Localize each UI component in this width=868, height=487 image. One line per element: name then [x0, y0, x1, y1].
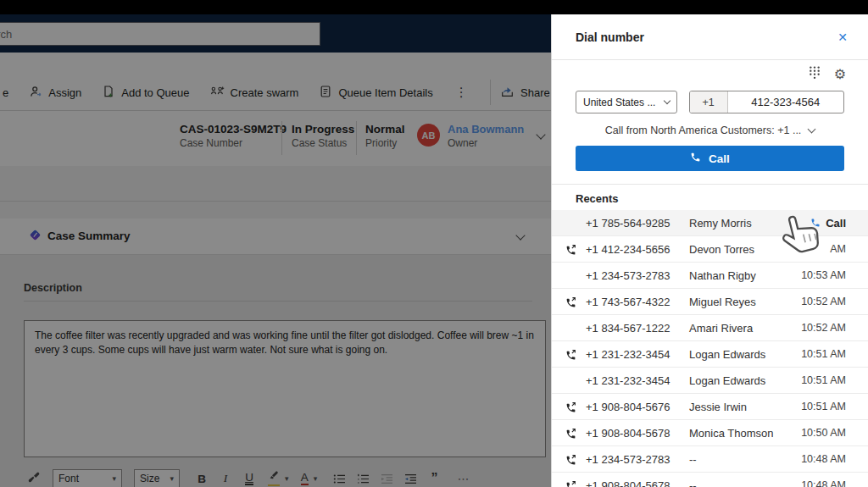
- screen: e Assign Add to Queue: [0, 0, 868, 487]
- numbered-list-icon[interactable]: [353, 468, 374, 487]
- recent-name: Miguel Reyes: [689, 296, 801, 308]
- summary-collapse-chevron-icon[interactable]: [515, 230, 525, 240]
- recent-name: Monica Thomson: [689, 427, 801, 440]
- caret-down-icon: ▾: [170, 474, 174, 483]
- recent-number: +1 908-804-5678: [586, 479, 689, 487]
- caret-down-icon: ▾: [112, 474, 116, 483]
- outgoing-call-icon: [565, 454, 586, 465]
- add-to-queue-icon: [102, 85, 115, 101]
- recent-call-row[interactable]: +1 231-232-3454 Logan Edwards 10:51 AM: [552, 368, 868, 394]
- owner-avatar[interactable]: AB: [417, 124, 440, 147]
- recent-time: 10:52 AM: [801, 322, 846, 334]
- outgoing-call-icon: [565, 401, 586, 412]
- case-summary-title: Case Summary: [47, 230, 131, 242]
- call-button[interactable]: Call: [576, 146, 844, 171]
- search-input[interactable]: [0, 22, 320, 46]
- add-to-queue-button[interactable]: Add to Queue: [102, 85, 189, 101]
- recent-time: 10:53 AM: [801, 269, 846, 281]
- recent-time: 10:51 AM: [801, 401, 846, 412]
- recent-name: --: [689, 479, 801, 487]
- recent-call-row[interactable]: +1 743-567-4322 Miguel Reyes 10:52 AM: [552, 289, 868, 315]
- recent-number: +1 908-804-5678: [586, 427, 689, 440]
- recent-name: Logan Edwards: [689, 374, 801, 387]
- recent-call-row[interactable]: +1 234-573-2783 -- 10:48 AM: [552, 446, 868, 473]
- recent-number: +1 234-573-2783: [586, 453, 689, 466]
- recent-call-row[interactable]: +1 908-804-5678 Monica Thomson 10:50 AM: [552, 420, 868, 446]
- font-color-button[interactable]: A▾: [299, 468, 320, 487]
- phone-number-group: +1 412-323-4564: [689, 91, 844, 113]
- dial-number-panel: Dial number ✕ ⚙ United States ... +1 412…: [551, 14, 868, 487]
- bold-button[interactable]: B: [192, 468, 212, 487]
- gear-icon[interactable]: ⚙: [834, 68, 846, 81]
- caret-down-icon: ▾: [285, 474, 289, 483]
- country-select[interactable]: United States ...: [576, 91, 677, 113]
- create-swarm-icon: [210, 85, 225, 101]
- call-from-select[interactable]: Call from North America Customers: +1 ..…: [552, 125, 868, 136]
- case-number-field: CAS-01023-S9M2T9 Case Number: [180, 123, 287, 149]
- recent-call-row[interactable]: +1 231-232-3454 Logan Edwards 10:51 AM: [552, 341, 868, 368]
- recent-time: 10:52 AM: [801, 296, 846, 307]
- bullet-list-icon[interactable]: [330, 468, 350, 487]
- case-form-area: Description The coffee filter was recent…: [0, 255, 551, 487]
- dialpad-icon[interactable]: [809, 65, 821, 84]
- phone-number-input[interactable]: 412-323-4564: [728, 91, 843, 113]
- description-textarea[interactable]: The coffee filter was recently upgraded …: [24, 320, 546, 457]
- recent-number: +1 234-573-2783: [586, 269, 689, 282]
- recent-name: Jessie Irwin: [689, 401, 801, 413]
- recent-call-row[interactable]: +1 908-804-5676 Jessie Irwin 10:51 AM: [552, 394, 868, 420]
- editor-more-button[interactable]: ⋯: [453, 468, 474, 487]
- increase-indent-icon[interactable]: [401, 468, 421, 487]
- outgoing-call-icon: [565, 428, 586, 439]
- recent-call-row[interactable]: +1 412-234-5656 Devon Torres AM: [552, 236, 868, 263]
- highlight-color-button[interactable]: ▾: [268, 468, 289, 487]
- recents-label: Recents: [576, 192, 868, 205]
- queue-item-details-button[interactable]: Queue Item Details: [319, 85, 432, 101]
- decrease-indent-icon[interactable]: [377, 468, 398, 487]
- toolbar-partial-label: e: [3, 86, 8, 99]
- highlight-pen-icon: [268, 471, 280, 486]
- recent-call-row[interactable]: +1 785-564-9285 Remy Morris Call: [552, 210, 868, 236]
- outgoing-call-icon: [565, 349, 586, 360]
- richtext-toolbar: Font▾ Size▾ B I U ▾ A▾: [24, 462, 546, 487]
- recents-divider: [552, 184, 868, 185]
- owner-field: Ana Bowmann Owner: [448, 123, 524, 149]
- share-icon: [500, 85, 515, 101]
- recent-time: 10:51 AM: [801, 374, 846, 386]
- outgoing-call-icon: [565, 480, 586, 487]
- chevron-down-icon: [808, 125, 816, 134]
- recent-name: Amari Rivera: [689, 322, 801, 335]
- recents-list: +1 785-564-9285 Remy Morris Call +1 412-…: [552, 210, 868, 487]
- toolbar-overflow-button[interactable]: ⋮: [453, 85, 470, 100]
- italic-button[interactable]: I: [215, 468, 236, 487]
- case-header-strip: CAS-01023-S9M2T9 Case Number In Progress…: [0, 111, 551, 166]
- recent-call-action[interactable]: Call: [810, 217, 846, 230]
- owner-link[interactable]: Ana Bowmann: [448, 123, 524, 136]
- description-label: Description: [24, 282, 82, 294]
- format-painter-icon[interactable]: [24, 468, 44, 487]
- assign-button[interactable]: Assign: [29, 85, 81, 101]
- panel-title: Dial number: [576, 30, 644, 44]
- outgoing-call-icon: [565, 244, 586, 255]
- font-size-select[interactable]: Size▾: [134, 469, 180, 487]
- command-bar: e Assign Add to Queue: [0, 53, 551, 111]
- recent-number: +1 743-567-4322: [586, 296, 689, 308]
- copilot-icon: [28, 228, 42, 246]
- recent-time: AM: [830, 243, 846, 255]
- chevron-down-icon: [663, 97, 670, 104]
- recent-call-row[interactable]: +1 234-573-2783 Nathan Rigby 10:53 AM: [552, 263, 868, 289]
- underline-button[interactable]: U: [239, 468, 259, 487]
- header-expand-chevron-icon[interactable]: [536, 130, 545, 139]
- create-swarm-button[interactable]: Create swarm: [210, 85, 299, 101]
- case-status-field: In Progress Case Status: [292, 123, 354, 149]
- recent-call-row[interactable]: +1 834-567-1222 Amari Rivera 10:52 AM: [552, 315, 868, 341]
- blockquote-button[interactable]: ”: [425, 468, 445, 487]
- phone-icon: [690, 152, 701, 165]
- recent-name: Devon Torres: [689, 243, 830, 256]
- assign-person-icon: [29, 85, 42, 101]
- font-family-select[interactable]: Font▾: [53, 469, 122, 487]
- recent-call-row[interactable]: +1 908-804-5678 -- 10:48 AM: [552, 473, 868, 487]
- toolbar-divider: [490, 80, 491, 105]
- share-button[interactable]: Share: [500, 78, 550, 107]
- recent-time: 10:51 AM: [801, 348, 846, 360]
- close-icon[interactable]: ✕: [837, 30, 848, 44]
